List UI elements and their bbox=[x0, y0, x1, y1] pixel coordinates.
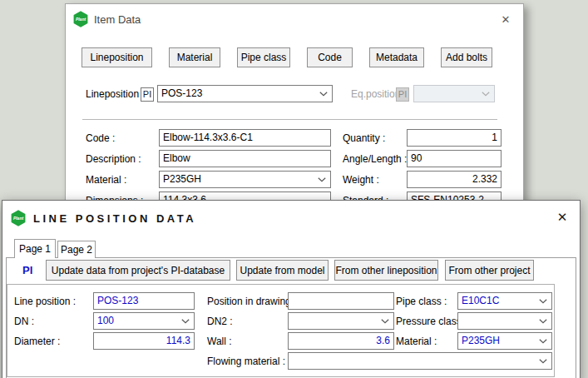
item-toolbar: Lineposition Material Pipe class Code Me… bbox=[82, 47, 492, 67]
material-combo[interactable]: P235GH bbox=[159, 171, 331, 188]
plant-app-icon: Plant bbox=[73, 11, 88, 27]
weight-input[interactable]: 2.332 bbox=[407, 171, 502, 188]
dn2-label: DN2 : bbox=[207, 312, 233, 331]
dn-combo[interactable]: 100 bbox=[93, 312, 195, 330]
flowing-material-label: Flowing material : bbox=[207, 352, 285, 371]
diameter-input[interactable]: 114.3 bbox=[93, 332, 195, 350]
diameter-label: Diameter : bbox=[14, 332, 60, 351]
tab-page-1[interactable]: Page 1 bbox=[14, 239, 56, 258]
chevron-down-icon bbox=[319, 92, 328, 97]
tab-page-2[interactable]: Page 2 bbox=[57, 241, 96, 258]
description-label: Description : bbox=[86, 150, 141, 168]
eq-position-combo bbox=[413, 85, 495, 102]
chevron-down-icon bbox=[381, 319, 389, 324]
lineposition-button[interactable]: Lineposition bbox=[82, 47, 152, 67]
window-title: LINE POSITION DATA bbox=[33, 212, 196, 225]
item-data-titlebar[interactable]: Plant Item Data bbox=[66, 4, 523, 34]
pipe-class-label: Pipe class : bbox=[396, 292, 447, 311]
lineposition-combo[interactable]: POS-123 bbox=[157, 85, 333, 102]
pipe-class-button[interactable]: Pipe class bbox=[237, 47, 290, 67]
flowing-material-combo[interactable] bbox=[288, 352, 552, 370]
pipe-class-combo[interactable]: E10C1C bbox=[457, 292, 552, 310]
lineposition-label: Lineposition : bbox=[86, 85, 145, 103]
quantity-label: Quantity : bbox=[343, 129, 385, 147]
svg-text:Plant: Plant bbox=[13, 216, 24, 221]
code-input[interactable]: Elbow-114.3x3.6-C1 bbox=[159, 129, 331, 147]
update-from-pi-database-button[interactable]: Update data from project's PI-database bbox=[46, 260, 230, 281]
group-separator bbox=[82, 119, 497, 120]
wall-input[interactable]: 3.6 bbox=[288, 332, 394, 350]
angle-length-label: Angle/Length : bbox=[343, 150, 407, 168]
item-data-window: Plant Item Data ✕ Lineposition Material … bbox=[65, 3, 524, 203]
material-button[interactable]: Material bbox=[169, 47, 220, 67]
wall-label: Wall : bbox=[207, 332, 232, 351]
weight-label: Weight : bbox=[343, 171, 379, 189]
description-input[interactable]: Elbow bbox=[159, 150, 331, 167]
code-button[interactable]: Code bbox=[307, 47, 353, 67]
position-in-drawing-label: Position in drawing : bbox=[207, 292, 296, 311]
position-in-drawing-input[interactable] bbox=[288, 292, 394, 310]
svg-text:Plant: Plant bbox=[76, 17, 86, 22]
add-bolts-button[interactable]: Add bolts bbox=[441, 47, 492, 67]
quantity-input[interactable]: 1 bbox=[407, 129, 502, 147]
chevron-down-icon bbox=[539, 339, 547, 344]
chevron-down-icon bbox=[539, 299, 547, 304]
chevron-down-icon bbox=[539, 359, 547, 364]
eq-position-pi-badge: PI bbox=[396, 87, 409, 102]
close-icon[interactable]: ✕ bbox=[553, 209, 571, 226]
lineposition-pi-badge[interactable]: PI bbox=[141, 87, 154, 102]
chevron-down-icon bbox=[181, 319, 190, 324]
window-title: Item Data bbox=[94, 13, 141, 26]
chevron-down-icon bbox=[539, 319, 547, 324]
plant-app-icon: Plant bbox=[11, 210, 26, 226]
material-label: Material : bbox=[86, 171, 126, 189]
material-combo[interactable]: P235GH bbox=[457, 332, 552, 350]
metadata-button[interactable]: Metadata bbox=[369, 47, 424, 67]
angle-length-input[interactable]: 90 bbox=[407, 150, 502, 167]
pressure-class-combo[interactable] bbox=[457, 312, 552, 330]
material-label: Material : bbox=[396, 332, 437, 351]
update-from-model-button[interactable]: Update from model bbox=[236, 260, 329, 281]
pressure-class-label: Pressure class : bbox=[396, 312, 467, 331]
pi-label: PI bbox=[22, 264, 32, 276]
chevron-down-icon bbox=[482, 92, 490, 97]
chevron-down-icon bbox=[318, 177, 326, 182]
dn2-combo[interactable] bbox=[288, 312, 394, 330]
line-position-titlebar[interactable]: Plant LINE POSITION DATA bbox=[2, 201, 580, 236]
close-icon[interactable]: ✕ bbox=[497, 11, 515, 27]
line-position-data-window: Plant LINE POSITION DATA ✕ Page 1 Page 2… bbox=[2, 200, 581, 378]
line-position-input[interactable]: POS-123 bbox=[93, 292, 195, 310]
dn-label: DN : bbox=[14, 312, 34, 331]
from-other-project-button[interactable]: From other project bbox=[445, 260, 534, 281]
line-position-label: Line position : bbox=[14, 292, 76, 311]
code-label: Code : bbox=[86, 129, 115, 147]
from-other-lineposition-button[interactable]: From other lineposition bbox=[334, 260, 438, 281]
